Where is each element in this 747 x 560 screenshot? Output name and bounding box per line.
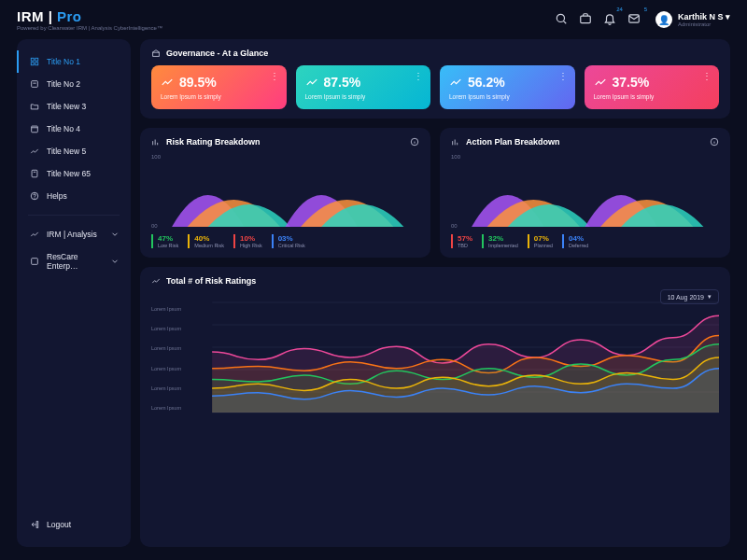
chart-icon (451, 137, 460, 147)
logo-block: IRM | Pro Powered by Clearwater IRM | An… (17, 8, 162, 31)
svg-rect-5 (35, 58, 38, 61)
chevron-down-icon (110, 230, 120, 239)
sidebar-item-5[interactable]: Title New 5 (17, 140, 131, 162)
bank-icon (151, 49, 161, 58)
mail-icon[interactable]: 5 (627, 12, 641, 27)
info-icon[interactable] (710, 137, 719, 147)
sidebar-item-6[interactable]: Title New 65 (17, 162, 131, 185)
sidebar-item-label: ResCare Enterp… (47, 252, 103, 271)
sidebar-item-3[interactable]: Title New 3 (17, 95, 131, 118)
card-menu-icon[interactable]: ⋮ (270, 71, 279, 81)
y-label: Lorem Ipsum (151, 405, 181, 411)
card-subtitle: Lorem Ipsum is simply (449, 93, 566, 100)
chart-icon (151, 276, 161, 286)
legend-label: Implemented (488, 243, 518, 248)
action-legend: 57%TBD32%Implemented07%Planned04%Deferre… (451, 234, 719, 248)
chevron-down-icon: ▾ (726, 12, 730, 21)
panel-title-text: Risk Rating Breakdown (166, 137, 261, 147)
legend-item: 40%Medium Risk (188, 234, 224, 248)
trend-icon (594, 76, 607, 89)
sidebar-separator (28, 215, 120, 216)
y-axis-label: 100 (151, 154, 161, 160)
svg-rect-4 (31, 58, 34, 61)
risk-breakdown-panel: Risk Rating Breakdown 100 00 (140, 128, 430, 258)
user-menu[interactable]: 👤 Karthik N S ▾ Administrator (652, 11, 730, 28)
sidebar-analysis[interactable]: IRM | Analysis (17, 223, 131, 245)
y-axis-label: 00 (451, 223, 458, 229)
y-label: Lorem Ipsum (151, 366, 181, 371)
governance-panel: Governance - At a Glance ⋮89.5%Lorem Ips… (140, 39, 730, 119)
chevron-down-icon (110, 257, 120, 266)
notif-badge: 24 (616, 7, 623, 12)
svg-rect-8 (32, 81, 38, 88)
brand-accent: Pro (57, 8, 82, 24)
legend-pct: 04% (569, 234, 588, 243)
stat-card-3[interactable]: ⋮56.2%Lorem Ipsum is simply (440, 65, 575, 109)
bell-icon[interactable]: 24 (603, 12, 616, 27)
svg-rect-7 (35, 63, 38, 65)
y-label: Lorem Ipsum (151, 326, 181, 331)
stat-card-4[interactable]: ⋮37.5%Lorem Ipsum is simply (585, 65, 720, 109)
sidebar-rescare[interactable]: ResCare Enterp… (17, 245, 131, 277)
search-icon[interactable] (555, 12, 568, 27)
svg-line-1 (563, 21, 566, 23)
legend-label: Low Risk (158, 243, 178, 248)
svg-rect-6 (31, 63, 34, 65)
card-subtitle: Lorem Ipsum is simply (161, 93, 277, 100)
briefcase-icon[interactable] (579, 12, 592, 27)
legend-label: High Risk (240, 243, 262, 248)
total-risk-panel: Total # of Risk Ratings 10 Aug 2019▾ Lor… (140, 267, 730, 547)
legend-item: 47%Low Risk (151, 234, 178, 248)
y-label: Lorem Ipsum (151, 345, 181, 351)
legend-pct: 57% (458, 234, 472, 243)
chart-icon (151, 137, 161, 147)
legend-label: Medium Risk (194, 243, 224, 248)
legend-label: TBD (458, 243, 472, 248)
risk-legend: 47%Low Risk40%Medium Risk10%High Risk03%… (151, 234, 419, 248)
trend-icon (161, 76, 174, 89)
card-value: 56.2% (468, 75, 505, 90)
panel-title-text: Total # of Risk Ratings (166, 276, 256, 286)
card-menu-icon[interactable]: ⋮ (702, 71, 712, 81)
legend-label: Critical Risk (278, 243, 305, 248)
legend-pct: 40% (194, 234, 224, 243)
legend-label: Deferred (569, 243, 588, 248)
card-menu-icon[interactable]: ⋮ (414, 71, 423, 81)
svg-rect-12 (32, 170, 37, 177)
sidebar: Title No 1 Title No 2 Title New 3 Title … (17, 39, 131, 547)
sidebar-item-label: Title New 3 (47, 102, 86, 111)
brand-name: IRM | (17, 8, 52, 24)
trend-icon (449, 76, 462, 89)
mail-badge: 5 (644, 7, 647, 12)
svg-point-0 (557, 14, 564, 21)
svg-rect-19 (153, 52, 160, 56)
card-menu-icon[interactable]: ⋮ (558, 71, 568, 81)
avatar: 👤 (655, 11, 672, 28)
svg-rect-18 (36, 522, 38, 528)
date-value: 10 Aug 2019 (668, 294, 704, 301)
stat-card-1[interactable]: ⋮89.5%Lorem Ipsum is simply (151, 65, 287, 109)
stat-card-2[interactable]: ⋮87.5%Lorem Ipsum is simply (296, 65, 431, 109)
brand-tagline: Powered by Clearwater IRM | Analysis Cyb… (17, 25, 162, 31)
info-icon[interactable] (410, 137, 419, 147)
sidebar-item-helps[interactable]: Helps (17, 185, 131, 207)
legend-label: Planned (534, 243, 553, 248)
card-value: 87.5% (324, 75, 361, 90)
card-value: 37.5% (613, 75, 650, 90)
action-plan-chart: 100 00 (451, 154, 719, 229)
card-subtitle: Lorem Ipsum is simply (305, 93, 422, 100)
date-picker[interactable]: 10 Aug 2019▾ (660, 289, 719, 304)
sidebar-item-2[interactable]: Title No 2 (17, 73, 131, 95)
sidebar-item-label: Helps (47, 191, 67, 201)
sidebar-item-4[interactable]: Title No 4 (17, 118, 131, 140)
legend-item: 04%Deferred (562, 234, 588, 248)
y-label: Lorem Ipsum (151, 306, 181, 312)
trend-icon (305, 76, 318, 89)
legend-item: 10%High Risk (233, 234, 262, 248)
logout-button[interactable]: Logout (17, 513, 131, 536)
svg-rect-16 (32, 259, 38, 265)
sidebar-item-1[interactable]: Title No 1 (17, 50, 131, 73)
legend-item: 32%Implemented (482, 234, 518, 248)
user-name: Karthik N S (678, 12, 724, 21)
y-axis-label: 100 (451, 154, 460, 160)
